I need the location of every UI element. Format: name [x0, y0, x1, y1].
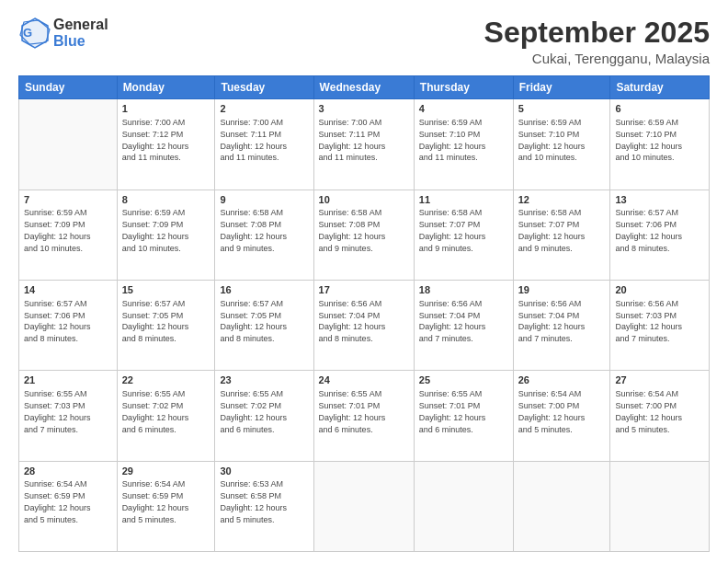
table-row: 14Sunrise: 6:57 AMSunset: 7:06 PMDayligh…: [19, 280, 118, 370]
table-row: 24Sunrise: 6:55 AMSunset: 7:01 PMDayligh…: [313, 371, 414, 461]
col-friday: Friday: [513, 76, 610, 99]
calendar-header-row: Sunday Monday Tuesday Wednesday Thursday…: [19, 76, 710, 99]
table-row: [513, 461, 610, 551]
table-row: 4Sunrise: 6:59 AMSunset: 7:10 PMDaylight…: [414, 99, 513, 190]
table-row: 9Sunrise: 6:58 AMSunset: 7:08 PMDaylight…: [215, 190, 313, 280]
table-row: [610, 461, 710, 551]
calendar-week-row: 28Sunrise: 6:54 AMSunset: 6:59 PMDayligh…: [19, 461, 710, 551]
table-row: 13Sunrise: 6:57 AMSunset: 7:06 PMDayligh…: [610, 190, 710, 280]
table-row: 22Sunrise: 6:55 AMSunset: 7:02 PMDayligh…: [117, 371, 215, 461]
calendar-week-row: 7Sunrise: 6:59 AMSunset: 7:09 PMDaylight…: [19, 190, 710, 280]
table-row: 16Sunrise: 6:57 AMSunset: 7:05 PMDayligh…: [215, 280, 313, 370]
calendar-title: September 2025: [484, 17, 710, 49]
table-row: 21Sunrise: 6:55 AMSunset: 7:03 PMDayligh…: [19, 371, 118, 461]
table-row: 1Sunrise: 7:00 AMSunset: 7:12 PMDaylight…: [117, 99, 215, 190]
table-row: 18Sunrise: 6:56 AMSunset: 7:04 PMDayligh…: [414, 280, 513, 370]
header: G General Blue September 2025 Cukai, Ter…: [18, 17, 710, 66]
table-row: 7Sunrise: 6:59 AMSunset: 7:09 PMDaylight…: [19, 190, 118, 280]
table-row: 17Sunrise: 6:56 AMSunset: 7:04 PMDayligh…: [313, 280, 414, 370]
col-monday: Monday: [117, 76, 215, 99]
table-row: 6Sunrise: 6:59 AMSunset: 7:10 PMDaylight…: [610, 99, 710, 190]
table-row: 8Sunrise: 6:59 AMSunset: 7:09 PMDaylight…: [117, 190, 215, 280]
table-row: 3Sunrise: 7:00 AMSunset: 7:11 PMDaylight…: [313, 99, 414, 190]
table-row: 15Sunrise: 6:57 AMSunset: 7:05 PMDayligh…: [117, 280, 215, 370]
page: G General Blue September 2025 Cukai, Ter…: [0, 0, 728, 563]
table-row: [414, 461, 513, 551]
table-row: 12Sunrise: 6:58 AMSunset: 7:07 PMDayligh…: [513, 190, 610, 280]
logo: G General Blue: [18, 17, 108, 51]
calendar-week-row: 1Sunrise: 7:00 AMSunset: 7:12 PMDaylight…: [19, 99, 710, 190]
title-block: September 2025 Cukai, Terengganu, Malays…: [484, 17, 710, 66]
calendar-table: Sunday Monday Tuesday Wednesday Thursday…: [18, 75, 710, 552]
table-row: [313, 461, 414, 551]
col-tuesday: Tuesday: [215, 76, 313, 99]
col-wednesday: Wednesday: [313, 76, 414, 99]
logo-blue-text: Blue: [53, 33, 85, 49]
logo-icon: G: [18, 17, 51, 50]
table-row: [19, 99, 118, 190]
svg-text:G: G: [23, 26, 32, 40]
col-thursday: Thursday: [414, 76, 513, 99]
table-row: 26Sunrise: 6:54 AMSunset: 7:00 PMDayligh…: [513, 371, 610, 461]
table-row: 25Sunrise: 6:55 AMSunset: 7:01 PMDayligh…: [414, 371, 513, 461]
table-row: 28Sunrise: 6:54 AMSunset: 6:59 PMDayligh…: [19, 461, 118, 551]
table-row: 5Sunrise: 6:59 AMSunset: 7:10 PMDaylight…: [513, 99, 610, 190]
table-row: 20Sunrise: 6:56 AMSunset: 7:03 PMDayligh…: [610, 280, 710, 370]
table-row: 27Sunrise: 6:54 AMSunset: 7:00 PMDayligh…: [610, 371, 710, 461]
table-row: 30Sunrise: 6:53 AMSunset: 6:58 PMDayligh…: [215, 461, 313, 551]
col-saturday: Saturday: [610, 76, 710, 99]
col-sunday: Sunday: [19, 76, 118, 99]
table-row: 23Sunrise: 6:55 AMSunset: 7:02 PMDayligh…: [215, 371, 313, 461]
table-row: 29Sunrise: 6:54 AMSunset: 6:59 PMDayligh…: [117, 461, 215, 551]
calendar-week-row: 14Sunrise: 6:57 AMSunset: 7:06 PMDayligh…: [19, 280, 710, 370]
table-row: 10Sunrise: 6:58 AMSunset: 7:08 PMDayligh…: [313, 190, 414, 280]
table-row: 19Sunrise: 6:56 AMSunset: 7:04 PMDayligh…: [513, 280, 610, 370]
calendar-week-row: 21Sunrise: 6:55 AMSunset: 7:03 PMDayligh…: [19, 371, 710, 461]
table-row: 2Sunrise: 7:00 AMSunset: 7:11 PMDaylight…: [215, 99, 313, 190]
logo-general-text: General: [53, 17, 108, 32]
calendar-subtitle: Cukai, Terengganu, Malaysia: [484, 51, 710, 66]
table-row: 11Sunrise: 6:58 AMSunset: 7:07 PMDayligh…: [414, 190, 513, 280]
